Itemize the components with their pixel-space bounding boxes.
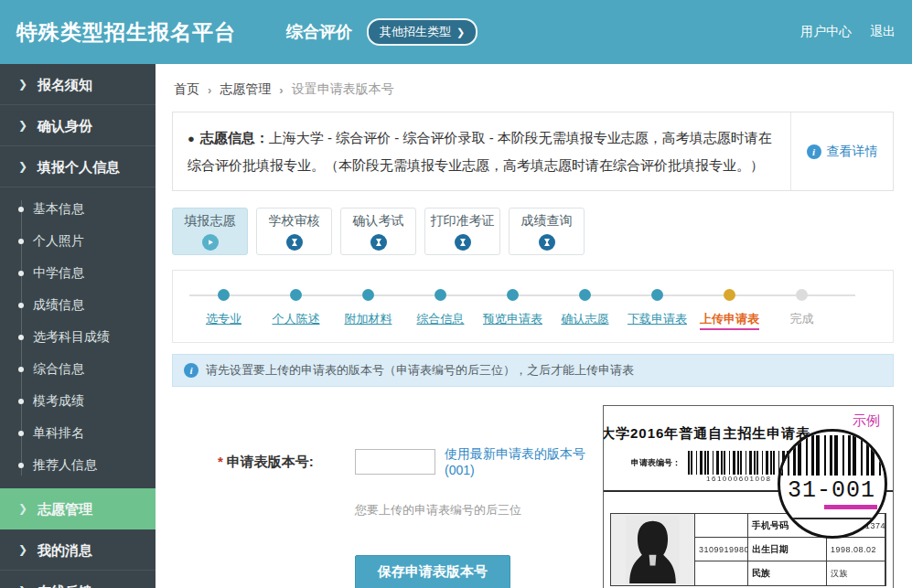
chevron-right-icon: ❯ [18, 571, 27, 588]
sidebar-item-basic-info[interactable]: 基本信息 [0, 193, 156, 225]
step-dot [579, 289, 591, 301]
sidebar-item-score-info[interactable]: 成绩信息 [0, 289, 156, 321]
breadcrumb-home[interactable]: 首页 [174, 81, 199, 98]
app-title: 特殊类型招生报名平台 [16, 18, 236, 47]
sidebar-submenu: 基本信息 个人照片 中学信息 成绩信息 选考科目成绩 综合信息 模考成绩 单科排… [0, 187, 156, 488]
breadcrumb: 首页 › 志愿管理 › 设置申请表版本号 [172, 77, 894, 98]
hourglass-icon [539, 234, 555, 251]
step-label[interactable]: 个人陈述 [273, 311, 320, 327]
sidebar-item-subject-rank[interactable]: 单科排名 [0, 417, 156, 449]
magnifier-rule-line [780, 518, 885, 519]
hourglass-icon [370, 234, 387, 251]
info-icon: i [807, 144, 821, 159]
notice-label: 志愿信息： [200, 130, 269, 145]
sidebar-item-notice[interactable]: ❯ 报名须知 [0, 64, 156, 105]
step-dot [796, 289, 808, 301]
version-highlight-underline [824, 505, 877, 509]
main-content: 首页 › 志愿管理 › 设置申请表版本号 ●志愿信息：上海大学 - 综合评价 -… [156, 64, 912, 588]
step-preview-form[interactable]: 预览申请表 [477, 289, 549, 330]
step-label[interactable]: 确认志愿 [562, 311, 609, 327]
sidebar-item-label: 确认身份 [38, 105, 92, 146]
barcode-label: 申请表编号： [631, 457, 681, 469]
sidebar-item-label: 志愿管理 [38, 488, 92, 529]
step-label[interactable]: 预览申请表 [483, 311, 542, 327]
version-form: *申请表版本号: 使用最新申请表的版本号(001) 您要上传的申请表编号的后三位… [172, 405, 603, 588]
sidebar-item-label: 我的消息 [38, 529, 92, 571]
version-note-text: 请先设置要上传的申请表的版本号（申请表编号的后三位），之后才能上传申请表 [206, 362, 634, 379]
version-note-bar: i 请先设置要上传的申请表的版本号（申请表编号的后三位），之后才能上传申请表 [172, 354, 894, 387]
chevron-right-icon: ❯ [18, 146, 27, 187]
step-additional-materials[interactable]: 附加材料 [332, 289, 404, 330]
info-icon: i [184, 363, 198, 378]
chevron-right-icon: › [279, 83, 283, 97]
sidebar-item-photo[interactable]: 个人照片 [0, 225, 156, 257]
chevron-right-icon: ❯ [18, 64, 27, 105]
step-dot [435, 289, 446, 301]
tab-confirm-exam[interactable]: 确认考试 [340, 208, 416, 255]
top-header: 特殊类型招生报名平台 综合评价 其他招生类型 ❯ 用户中心 退出 [0, 0, 912, 64]
sidebar: ❯ 报名须知 ❯ 确认身份 ❯ 填报个人信息 基本信息 个人照片 中学信息 成绩… [0, 64, 156, 588]
other-enroll-types-label: 其他招生类型 [380, 24, 451, 40]
tab-label: 确认考试 [353, 213, 404, 230]
sidebar-item-comprehensive-info[interactable]: 综合信息 [0, 353, 156, 385]
applicant-photo [611, 514, 695, 585]
step-personal-statement[interactable]: 个人陈述 [260, 289, 332, 330]
sidebar-item-personal-info[interactable]: ❯ 填报个人信息 [0, 146, 156, 187]
sidebar-item-feedback[interactable]: ❯ 在线反馈 [0, 571, 156, 588]
step-choose-major[interactable]: 选专业 [188, 289, 260, 330]
step-download-form[interactable]: 下载申请表 [621, 289, 693, 330]
step-label: 完成 [790, 311, 814, 327]
chevron-right-icon: ❯ [18, 529, 27, 571]
step-label[interactable]: 上传申请表 [700, 311, 759, 330]
sidebar-item-mock-scores[interactable]: 模考成绩 [0, 385, 156, 417]
logout-link[interactable]: 退出 [870, 24, 896, 40]
sidebar-item-recommender-info[interactable]: 推荐人信息 [0, 449, 156, 481]
chevron-right-icon: › [208, 83, 211, 97]
sidebar-item-identity[interactable]: ❯ 确认身份 [0, 105, 156, 146]
table-cell [695, 561, 748, 585]
step-dot [362, 289, 374, 301]
step-label[interactable]: 选专业 [206, 311, 241, 327]
step-comprehensive-info[interactable]: 综合信息 [404, 289, 477, 330]
view-details-link[interactable]: i 查看详情 [790, 112, 893, 190]
table-cell [695, 514, 748, 538]
step-upload-form[interactable]: 上传申请表 [693, 289, 766, 330]
header-subtitle: 综合评价 [286, 21, 352, 43]
step-label[interactable]: 附加材料 [345, 311, 392, 327]
step-complete: 完成 [766, 289, 838, 330]
step-label[interactable]: 下载申请表 [628, 311, 687, 327]
tab-school-review[interactable]: 学校审核 [256, 208, 332, 255]
chevron-right-icon: ❯ [18, 488, 27, 529]
step-dot [651, 289, 663, 301]
sidebar-item-school-info[interactable]: 中学信息 [0, 257, 156, 289]
tab-score-query[interactable]: 成绩查询 [509, 208, 585, 255]
tab-fill-application[interactable]: 填报志愿 [172, 208, 248, 255]
hourglass-icon [286, 234, 303, 251]
table-cell: 31099199808021562 [695, 538, 748, 561]
magnified-version-number: 31-001 [788, 477, 885, 504]
sidebar-item-application-management[interactable]: ❯ 志愿管理 [0, 488, 156, 529]
chevron-right-icon: ❯ [456, 27, 465, 38]
tab-label: 成绩查询 [521, 213, 573, 230]
use-latest-version-link[interactable]: 使用最新申请表的版本号(001) [445, 446, 603, 477]
field-label-text: 申请表版本号: [227, 454, 314, 469]
step-confirm-application[interactable]: 确认志愿 [549, 289, 621, 330]
user-center-link[interactable]: 用户中心 [800, 24, 852, 40]
table-cell-value: 1998.08.02 [827, 538, 885, 561]
stage-tabs: 填报志愿 学校审核 确认考试 打印准考证 成绩查询 [172, 208, 894, 255]
sidebar-item-elective-scores[interactable]: 选考科目成绩 [0, 321, 156, 353]
step-dot [290, 289, 302, 301]
sidebar-item-label: 报名须知 [38, 64, 92, 105]
table-cell-value: 汉族 [827, 561, 885, 585]
save-version-button[interactable]: 保存申请表版本号 [355, 555, 510, 588]
version-number-input[interactable] [355, 449, 435, 475]
progress-stepper: 选专业 个人陈述 附加材料 综合信息 预览申请表 确认志愿 [188, 289, 839, 330]
step-label[interactable]: 综合信息 [417, 311, 465, 327]
other-enroll-types-button[interactable]: 其他招生类型 ❯ [367, 18, 477, 46]
breadcrumb-application-management[interactable]: 志愿管理 [220, 81, 271, 98]
bullet-icon: ● [188, 132, 195, 145]
sidebar-item-messages[interactable]: ❯ 我的消息 [0, 529, 156, 571]
tab-print-admission-ticket[interactable]: 打印准考证 [424, 208, 500, 255]
version-field-label: *申请表版本号: [218, 454, 355, 471]
sample-application-form-image: 示例 大学2016年普通自主招生申请表 申请表编号： 161000601008 … [603, 405, 894, 588]
